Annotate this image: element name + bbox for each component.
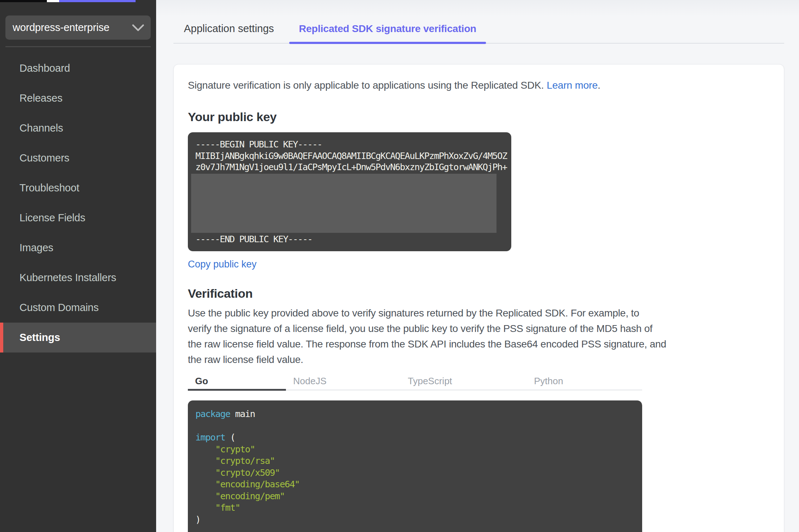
pem-key-line: MIIBIjANBgkqhkiG9w0BAQEFAAOCAQ8AMIIBCgKC… bbox=[195, 150, 504, 162]
intro-text: Signature verification is only applicabl… bbox=[188, 77, 770, 93]
lang-tab-typescript[interactable]: TypeScript bbox=[401, 372, 527, 390]
settings-tab-bar: Application settings Replicated SDK sign… bbox=[173, 0, 784, 44]
app-root: wordpress-enterprise Dashboard Releases … bbox=[0, 0, 799, 532]
tab-application-settings[interactable]: Application settings bbox=[174, 23, 284, 43]
sidebar-item-custom-domains[interactable]: Custom Domains bbox=[0, 293, 156, 323]
intro-sentence: Signature verification is only applicabl… bbox=[188, 80, 544, 91]
public-key-redacted-overlay bbox=[191, 174, 496, 233]
main-content: Application settings Replicated SDK sign… bbox=[156, 0, 799, 532]
description-line: the raw license field value. bbox=[188, 352, 770, 367]
copy-public-key-link[interactable]: Copy public key bbox=[188, 258, 257, 270]
code-line: ) bbox=[195, 514, 635, 526]
sidebar-item-troubleshoot[interactable]: Troubleshoot bbox=[0, 173, 156, 203]
description-line: the raw license field value. The respons… bbox=[188, 336, 770, 352]
public-key-code-block: -----BEGIN PUBLIC KEY----- MIIBIjANBgkqh… bbox=[188, 132, 511, 251]
sidebar-item-images[interactable]: Images bbox=[0, 233, 156, 263]
signature-verification-card: Signature verification is only applicabl… bbox=[173, 64, 784, 532]
code-line: "encoding/pem" bbox=[195, 491, 635, 502]
pem-end-line: -----END PUBLIC KEY----- bbox=[195, 234, 504, 245]
sidebar-item-channels[interactable]: Channels bbox=[0, 113, 156, 143]
sidebar-nav: Dashboard Releases Channels Customers Tr… bbox=[0, 53, 156, 353]
app-selector-value: wordpress-enterprise bbox=[13, 22, 109, 34]
learn-more-link[interactable]: Learn more bbox=[547, 80, 597, 91]
code-line bbox=[195, 420, 635, 432]
go-code-block: package main import ( "crypto" "crypto/r… bbox=[188, 400, 642, 532]
description-line: Use the public key provided above to ver… bbox=[188, 305, 770, 321]
code-line: "crypto/x509" bbox=[195, 467, 635, 479]
chrome-sliver-active-tab-segment bbox=[59, 0, 136, 2]
tab-replicated-sdk-signature-verification[interactable]: Replicated SDK signature verification bbox=[289, 23, 486, 43]
sidebar-item-dashboard[interactable]: Dashboard bbox=[0, 53, 156, 83]
lang-tab-go[interactable]: Go bbox=[188, 372, 286, 390]
verification-description: Use the public key provided above to ver… bbox=[188, 305, 770, 367]
pem-begin-line: -----BEGIN PUBLIC KEY----- bbox=[195, 139, 504, 150]
description-line: verify the signature of a license field,… bbox=[188, 321, 770, 336]
sidebar-item-kubernetes-installers[interactable]: Kubernetes Installers bbox=[0, 263, 156, 293]
browser-chrome-sliver bbox=[0, 0, 799, 2]
intro-period: . bbox=[598, 80, 601, 91]
sidebar-item-settings[interactable]: Settings bbox=[0, 323, 156, 353]
code-line: "encoding/base64" bbox=[195, 479, 635, 491]
public-key-section-title: Your public key bbox=[188, 110, 770, 124]
lang-tab-python[interactable]: Python bbox=[527, 372, 642, 390]
chevron-down-icon bbox=[132, 24, 144, 32]
chrome-sliver-light-segment bbox=[47, 0, 59, 2]
chrome-sliver-dark-segment bbox=[0, 0, 47, 2]
code-line: "fmt" bbox=[195, 502, 635, 514]
lang-tab-nodejs[interactable]: NodeJS bbox=[286, 372, 401, 390]
sidebar-item-releases[interactable]: Releases bbox=[0, 83, 156, 113]
sidebar-divider bbox=[5, 46, 151, 47]
language-tab-bar: Go NodeJS TypeScript Python bbox=[188, 372, 642, 390]
sidebar: wordpress-enterprise Dashboard Releases … bbox=[0, 0, 156, 532]
code-line: "crypto" bbox=[195, 444, 635, 456]
code-line: package main bbox=[195, 408, 635, 420]
code-line: import ( bbox=[195, 432, 635, 444]
code-line: "crypto/rsa" bbox=[195, 455, 635, 467]
app-selector[interactable]: wordpress-enterprise bbox=[5, 15, 151, 40]
verification-section-title: Verification bbox=[188, 286, 770, 301]
sidebar-item-customers[interactable]: Customers bbox=[0, 143, 156, 173]
pem-key-line: z0v7Jh7M1NgV1joeu9l1/IaCPsMpyIcL+Dnw5Pdv… bbox=[195, 161, 504, 173]
sidebar-item-license-fields[interactable]: License Fields bbox=[0, 203, 156, 233]
